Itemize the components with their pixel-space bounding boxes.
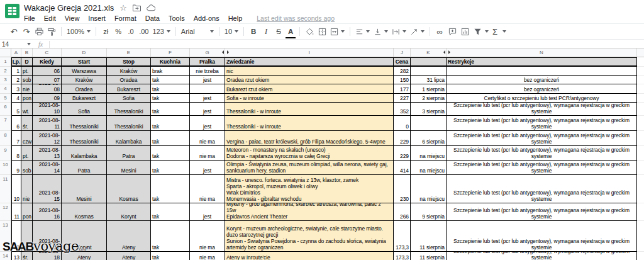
cell-G13[interactable]: nie ma [190, 221, 225, 252]
empty-column-area[interactable] [637, 131, 644, 146]
fill-color-button[interactable] [303, 26, 316, 37]
document-title[interactable]: Wakacje Grecja 2021.xls [24, 3, 114, 13]
cell-C11[interactable]: 2021-08-15 [33, 175, 62, 203]
borders-button[interactable] [316, 26, 328, 37]
cell-G11[interactable]: nie ma [190, 175, 225, 203]
cell-C7[interactable]: 2021-08-11 [33, 116, 62, 131]
cell-F10[interactable]: tak [151, 161, 190, 175]
cell-I7[interactable]: Thessaloniki - w inroute [225, 116, 394, 131]
cell-E4[interactable]: Bukareszt [107, 84, 151, 94]
cell-A9[interactable]: 8 [11, 146, 21, 161]
cell-C5[interactable]: 2021-08-09 [33, 94, 62, 103]
cell-I3[interactable]: Oradea rzut okiem [225, 76, 394, 84]
cell-A8[interactable]: 7 [11, 131, 21, 146]
cell-C6[interactable]: 2021-08-10 [33, 103, 62, 116]
cell-A2[interactable]: 1 [11, 67, 21, 76]
empty-column-area[interactable] [637, 116, 644, 131]
column-header-I[interactable]: I [225, 48, 394, 57]
cell-A12[interactable]: 11 [11, 203, 21, 221]
insert-link-button[interactable]: ∞ [433, 26, 446, 37]
cell-J12[interactable]: 266 [394, 203, 411, 221]
row-header-11[interactable]: 11 [0, 175, 11, 203]
cell-D12[interactable]: Kosmas [62, 203, 107, 221]
empty-column-area[interactable] [637, 103, 644, 116]
print-button[interactable] [33, 26, 45, 37]
cell-A3[interactable]: 2 [11, 76, 21, 84]
name-box[interactable]: 14 [0, 41, 26, 48]
cell-C9[interactable]: 2021-08-13 [33, 146, 62, 161]
cell-I13[interactable]: Korynt - muzeum archeologiczne, swiatyni… [225, 221, 394, 252]
column-header-J[interactable]: J [394, 48, 411, 57]
cell-B9[interactable]: pt. [21, 146, 33, 161]
chevron-down-icon[interactable] [502, 30, 506, 33]
format-currency-button[interactable]: zł [99, 26, 112, 37]
cell-K14[interactable]: 11 sierpnia [411, 252, 447, 260]
select-all-corner[interactable] [0, 48, 11, 57]
menu-edit[interactable]: Edit [40, 14, 60, 22]
cell-E1[interactable]: Stop [107, 57, 151, 67]
cell-K9[interactable]: na miejscu [411, 146, 447, 161]
empty-column-area[interactable] [637, 203, 644, 221]
italic-button[interactable]: I [260, 26, 272, 37]
cell-E8[interactable]: Kalambaka [107, 131, 151, 146]
cell-J4[interactable]: 177 [394, 84, 411, 94]
cell-N10[interactable]: Szczepienie lub test (pcr lub antygentow… [447, 161, 637, 175]
column-header-A[interactable]: A [11, 48, 21, 57]
cell-F14[interactable]: tak [151, 252, 190, 260]
cell-F13[interactable]: tak [151, 221, 190, 252]
cell-K5[interactable]: 2 sierpnia [411, 94, 447, 103]
cell-B11[interactable]: nie [21, 175, 33, 203]
menu-tools[interactable]: Tools [164, 14, 189, 22]
cell-B12[interactable]: pon [21, 203, 33, 221]
move-to-folder-icon[interactable] [133, 4, 141, 11]
menu-format[interactable]: Format [110, 14, 141, 22]
cell-K1[interactable] [411, 57, 447, 67]
cell-F5[interactable]: tak [151, 94, 190, 103]
cell-I1[interactable]: Zwiedzanie [225, 57, 394, 67]
row-header-12[interactable]: 12 [0, 203, 11, 221]
cell-C1[interactable]: Kiedy [33, 57, 62, 67]
column-header-G[interactable]: G [190, 48, 225, 57]
column-header-E[interactable]: E [107, 48, 151, 57]
menu-data[interactable]: Data [141, 14, 164, 22]
cell-A10[interactable]: 9 [11, 161, 21, 175]
hidden-columns-indicator[interactable] [443, 50, 450, 55]
cell-D10[interactable]: Patra [62, 161, 107, 175]
cell-A4[interactable]: 3 [11, 84, 21, 94]
filter-button[interactable] [471, 26, 484, 37]
menu-view[interactable]: View [60, 14, 84, 22]
row-header-3[interactable]: 3 [0, 76, 11, 84]
cell-A1[interactable]: Lp. [11, 57, 21, 67]
cell-K4[interactable]: 1 sierpnia [411, 84, 447, 94]
cell-G14[interactable]: nie ma [190, 252, 225, 260]
functions-button[interactable]: Σ [489, 26, 501, 37]
format-percent-button[interactable]: % [112, 26, 125, 37]
cell-E2[interactable]: Kraków [107, 67, 151, 76]
cell-F9[interactable]: tak [151, 146, 190, 161]
font-size-select[interactable]: 10 [223, 26, 240, 37]
cell-K11[interactable]: na miejscu [411, 175, 447, 203]
empty-column-area[interactable] [637, 76, 644, 84]
cell-G10[interactable]: jest [190, 161, 225, 175]
cell-K6[interactable]: 3 sierpnia [411, 103, 447, 116]
cell-K10[interactable]: na miejscu [411, 161, 447, 175]
cell-N11[interactable]: Szczepienie lub test (pcr lub antygentow… [447, 175, 637, 203]
cell-B6[interactable]: wt. [21, 103, 33, 116]
row-header-6[interactable]: 6 [0, 103, 11, 116]
cell-N7[interactable]: Szczepienie lub test (pcr lub antygentow… [447, 116, 637, 131]
cell-N14[interactable]: Szczepienie lub test (pcr lub antygentow… [447, 252, 637, 260]
cell-F11[interactable]: tak [151, 175, 190, 203]
cell-A11[interactable]: 10 [11, 175, 21, 203]
cell-F8[interactable]: tak [151, 131, 190, 146]
cell-B10[interactable]: sob [21, 161, 33, 175]
cell-G7[interactable]: jest [190, 116, 225, 131]
cell-G9[interactable]: nie ma [190, 146, 225, 161]
cell-G2[interactable]: nie trzeba [190, 67, 225, 76]
cell-I4[interactable]: Bukarezt rzut okiem [225, 84, 394, 94]
column-header-B[interactable]: B [21, 48, 33, 57]
insert-chart-button[interactable] [458, 26, 471, 37]
cell-F7[interactable]: tak [151, 116, 190, 131]
last-edit-link[interactable]: Last edit was seconds ago [257, 14, 335, 22]
menu-add-ons[interactable]: Add-ons [189, 14, 224, 22]
cell-J5[interactable]: 227 [394, 94, 411, 103]
